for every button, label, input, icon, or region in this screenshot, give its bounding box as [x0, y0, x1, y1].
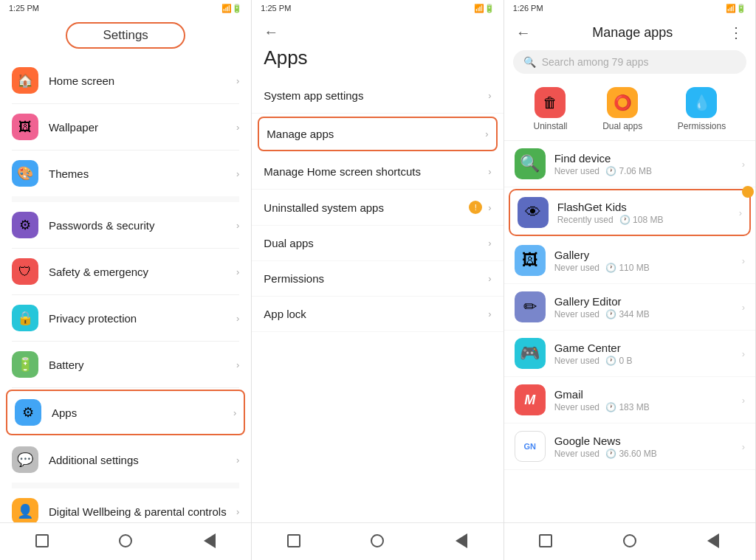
find-device-name: Find device	[554, 152, 742, 165]
manage-apps-label: Manage apps	[267, 128, 485, 140]
flashget-kids-name: FlashGet Kids	[557, 201, 739, 213]
status-bar-3: 1:26 PM 📶🔋	[504, 0, 755, 16]
status-icons-3: 📶🔋	[726, 4, 746, 13]
app-item-flashget-kids[interactable]: 👁 FlashGet Kids Recently used 🕐 108 MB ›	[509, 189, 751, 236]
quick-actions-bar: 🗑 Uninstall ⭕ Dual apps 💧 Permissions	[504, 81, 755, 141]
wallpaper-icon: 🖼	[12, 114, 38, 140]
menu-item-manage-home-screen-shortcuts[interactable]: Manage Home screen shortcuts ›	[252, 154, 503, 190]
chevron-icon: ›	[739, 207, 742, 218]
chevron-icon: ›	[488, 166, 491, 177]
dual-apps-icon: ⭕	[607, 87, 638, 118]
nav-square-button-3[interactable]	[535, 530, 556, 551]
nav-square-button-2[interactable]	[284, 530, 304, 551]
panel3-header: ← Manage apps ⋮	[504, 16, 755, 46]
nav-home-button-2[interactable]	[367, 530, 388, 551]
sidebar-item-safety-emergency[interactable]: 🛡 Safety & emergency ›	[0, 249, 251, 294]
sidebar-item-privacy-protection[interactable]: 🔒 Privacy protection ›	[0, 295, 251, 341]
menu-item-manage-apps[interactable]: Manage apps ›	[258, 117, 497, 151]
settings-panel: 1:25 PM 📶🔋 Settings 🏠 Home screen › 🖼 Wa…	[0, 0, 252, 560]
privacy-protection-label: Privacy protection	[49, 312, 236, 325]
gallery-editor-info: Gallery Editor Never used 🕐 344 MB	[554, 295, 742, 319]
app-item-gmail[interactable]: M Gmail Never used 🕐 183 MB ›	[504, 377, 755, 424]
uninstall-label: Uninstall	[533, 121, 567, 131]
nav-back-button-3[interactable]	[703, 530, 724, 551]
digital-wellbeing-label: Digital Wellbeing & parental controls	[49, 505, 236, 518]
chevron-icon: ›	[233, 407, 236, 418]
search-icon: 🔍	[523, 56, 536, 68]
chevron-icon: ›	[236, 168, 239, 179]
sidebar-item-additional-settings[interactable]: 💬 Additional settings ›	[0, 437, 251, 483]
uninstalled-system-apps-label: Uninstalled system apps	[264, 201, 469, 214]
panel2-header: ←	[252, 16, 503, 44]
gallery-name: Gallery	[554, 249, 742, 261]
apps-page-title: Apps	[252, 44, 503, 78]
manage-apps-title: Manage apps	[537, 25, 729, 41]
app-item-find-device[interactable]: 🔍 Find device Never used 🕐 7.06 MB ›	[504, 141, 755, 187]
home-screen-label: Home screen	[49, 75, 236, 87]
chevron-icon: ›	[488, 238, 491, 249]
safety-emergency-icon: 🛡	[12, 258, 38, 285]
chevron-icon: ›	[236, 220, 239, 231]
chevron-icon: ›	[485, 128, 488, 139]
app-item-gallery-editor[interactable]: ✏ Gallery Editor Never used 🕐 344 MB ›	[504, 284, 755, 331]
app-item-game-center[interactable]: 🎮 Game Center Never used 🕐 0 B ›	[504, 331, 755, 377]
settings-title-button[interactable]: Settings	[66, 22, 185, 49]
chevron-icon: ›	[742, 395, 745, 406]
nav-home-button[interactable]	[115, 530, 136, 551]
find-device-sub: Never used 🕐 7.06 MB	[554, 166, 742, 176]
sidebar-item-wallpaper[interactable]: 🖼 Wallpaper ›	[0, 104, 251, 150]
privacy-protection-icon: 🔒	[12, 305, 38, 331]
settings-menu-list: 🏠 Home screen › 🖼 Wallpaper › 🎨 Themes ›…	[0, 58, 251, 522]
manage-apps-panel: 1:26 PM 📶🔋 ← Manage apps ⋮ 🔍 Search amon…	[504, 0, 756, 560]
sidebar-item-passwords-security[interactable]: ⚙ Passwords & security ›	[0, 202, 251, 248]
sidebar-item-digital-wellbeing[interactable]: 👤 Digital Wellbeing & parental controls …	[0, 488, 251, 522]
game-center-icon: 🎮	[515, 338, 546, 369]
bottom-nav-3	[504, 522, 755, 560]
chevron-icon: ›	[488, 273, 491, 284]
gmail-sub: Never used 🕐 183 MB	[554, 402, 742, 412]
battery-icon: 🔋	[12, 351, 38, 378]
nav-back-button[interactable]	[199, 530, 220, 551]
wallpaper-label: Wallpaper	[49, 121, 236, 134]
home-screen-icon: 🏠	[12, 67, 38, 94]
menu-item-dual-apps[interactable]: Dual apps ›	[252, 226, 503, 261]
safety-emergency-label: Safety & emergency	[49, 266, 236, 278]
chevron-icon: ›	[742, 255, 745, 266]
nav-back-button-2[interactable]	[451, 530, 472, 551]
more-options-button[interactable]: ⋮	[729, 24, 743, 41]
battery-label: Battery	[49, 359, 236, 371]
find-device-info: Find device Never used 🕐 7.06 MB	[554, 152, 742, 176]
nav-square-button[interactable]	[32, 530, 52, 551]
search-bar[interactable]: 🔍 Search among 79 apps	[513, 50, 746, 74]
sidebar-item-battery[interactable]: 🔋 Battery ›	[0, 342, 251, 387]
chevron-icon: ›	[236, 75, 239, 86]
permissions-action[interactable]: 💧 Permissions	[678, 87, 726, 131]
app-item-gallery[interactable]: 🖼 Gallery Never used 🕐 110 MB ›	[504, 238, 755, 284]
gallery-editor-sub: Never used 🕐 344 MB	[554, 309, 742, 319]
uninstall-action[interactable]: 🗑 Uninstall	[533, 87, 567, 131]
back-button-2[interactable]: ←	[264, 24, 278, 41]
dual-apps-action[interactable]: ⭕ Dual apps	[602, 87, 642, 131]
permissions-label: Permissions	[264, 272, 488, 285]
sidebar-item-themes[interactable]: 🎨 Themes ›	[0, 151, 251, 196]
menu-item-uninstalled-system-apps[interactable]: Uninstalled system apps ! ›	[252, 190, 503, 226]
nav-home-button-3[interactable]	[619, 530, 640, 551]
gallery-sub: Never used 🕐 110 MB	[554, 263, 742, 273]
back-button-3[interactable]: ←	[516, 24, 531, 41]
menu-item-permissions[interactable]: Permissions ›	[252, 261, 503, 297]
notification-dot	[742, 186, 754, 198]
gmail-info: Gmail Never used 🕐 183 MB	[554, 388, 742, 412]
chevron-icon: ›	[236, 266, 239, 277]
manage-home-screen-label: Manage Home screen shortcuts	[264, 165, 488, 178]
menu-item-system-app-settings[interactable]: System app settings ›	[252, 78, 503, 114]
sidebar-item-apps[interactable]: ⚙ Apps ›	[6, 390, 245, 435]
app-item-google-news[interactable]: GN Google News Never used 🕐 36.60 MB ›	[504, 424, 755, 470]
status-icons-1: 📶🔋	[221, 4, 242, 13]
flashget-kids-info: FlashGet Kids Recently used 🕐 108 MB	[557, 201, 739, 225]
chevron-icon: ›	[236, 122, 239, 133]
sidebar-item-home-screen[interactable]: 🏠 Home screen ›	[0, 58, 251, 103]
chevron-icon: ›	[488, 90, 491, 101]
google-news-icon: GN	[515, 431, 546, 462]
menu-item-app-lock[interactable]: App lock ›	[252, 297, 503, 332]
permissions-action-label: Permissions	[678, 121, 726, 131]
